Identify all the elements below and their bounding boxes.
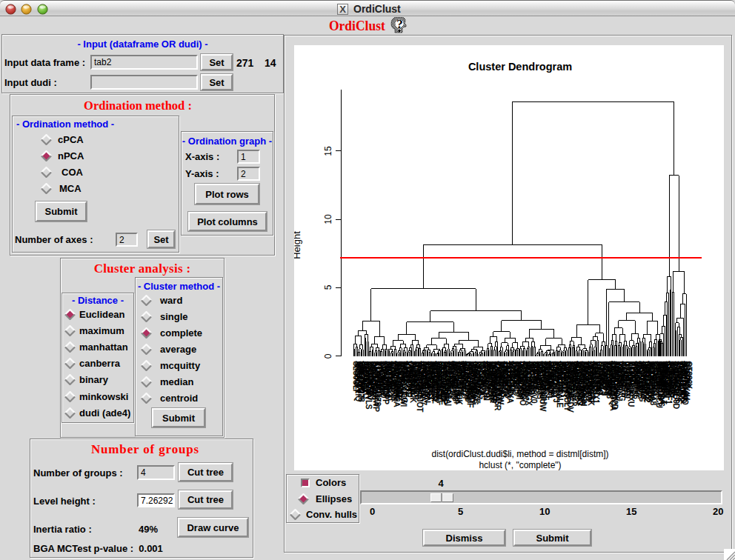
svg-text:OT386X: OT386X <box>685 361 693 390</box>
svg-text:Height: Height <box>294 231 302 259</box>
svg-text:?: ? <box>396 17 403 31</box>
svg-text:15: 15 <box>323 146 333 156</box>
svg-text:Cluster Dendrogram: Cluster Dendrogram <box>468 61 572 73</box>
svg-text:10: 10 <box>323 214 333 224</box>
svg-text:5: 5 <box>323 284 333 290</box>
svg-text:0: 0 <box>323 353 333 359</box>
svg-text:dist(ordiClust.dudi$li, method: dist(ordiClust.dudi$li, method = distml[… <box>431 449 608 459</box>
svg-text:hclust (*, "complete"): hclust (*, "complete") <box>479 460 561 470</box>
